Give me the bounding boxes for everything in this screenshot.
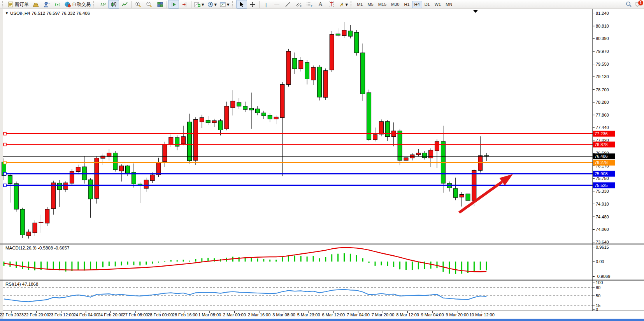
auto-trading-icon	[65, 2, 71, 7]
price-axis-label: 79.130	[596, 74, 609, 79]
candle-up	[330, 35, 334, 70]
text-label-button[interactable]: T	[326, 0, 337, 9]
templates-button[interactable]: ▾	[218, 0, 231, 9]
candle-down	[8, 176, 12, 184]
auto-scroll-button[interactable]	[168, 0, 179, 9]
timeframe-m15[interactable]: M15	[376, 1, 389, 8]
dropdown-icon: ▾	[346, 2, 348, 7]
trend-arrow-annotation[interactable]	[459, 174, 513, 213]
candle-down	[255, 109, 260, 113]
horizontal-line-76.878[interactable]	[3, 143, 593, 146]
timeframe-w1[interactable]: W1	[432, 1, 444, 8]
trendline-button[interactable]	[283, 0, 293, 9]
time-axis-label: 1 Mar 08:00	[198, 312, 221, 317]
search-button[interactable]	[623, 0, 634, 9]
crosshair-button[interactable]	[247, 0, 258, 9]
text-button[interactable]: A	[315, 0, 326, 9]
price-badge-text: 76.878	[595, 142, 608, 147]
candle-down	[88, 180, 93, 199]
candle-down	[453, 188, 458, 197]
price-axis-label: 77.440	[596, 125, 609, 130]
candle-up	[33, 223, 37, 233]
market-watch-button[interactable]	[30, 0, 41, 9]
cursor-button[interactable]	[236, 0, 247, 9]
chart-title: USOil-,H4 76.512 76.597 76.332 76.486	[10, 11, 90, 16]
timeframe-m1[interactable]: M1	[354, 1, 365, 8]
time-axis-label: 10 Mar 12:00	[469, 312, 495, 317]
line-chart-icon	[122, 2, 128, 7]
macd-label: MACD(12,26,9) -0.5808 -0.6657	[5, 246, 69, 250]
chart-shift-button[interactable]	[179, 0, 190, 9]
timeframe-m30[interactable]: M30	[389, 1, 402, 8]
terminal-button[interactable]	[41, 0, 52, 9]
bar-chart-button[interactable]	[97, 0, 108, 9]
chart-collapse-icon[interactable]: ▼	[5, 11, 9, 15]
candle-up	[404, 158, 408, 160]
timeframe-m5[interactable]: M5	[365, 1, 376, 8]
chart-shift-icon	[182, 2, 188, 7]
hline-anchor[interactable]	[4, 184, 6, 187]
candle-up	[416, 153, 421, 155]
zoom-out-button[interactable]	[144, 0, 154, 9]
horizontal-line-button[interactable]: —	[272, 0, 283, 9]
text-label-icon: T	[329, 2, 334, 7]
candle-up	[379, 122, 383, 134]
candle-up	[429, 150, 433, 158]
fibonacci-button[interactable]: F	[304, 0, 315, 9]
horizontal-line-75.908[interactable]	[3, 173, 593, 175]
price-badge: 75.908	[593, 171, 615, 177]
time-axis-label: 5 Mar 23:00	[297, 312, 320, 317]
candle-down	[466, 194, 470, 201]
channel-button[interactable]: E	[293, 0, 304, 9]
timeframe-h4[interactable]: H4	[412, 1, 422, 8]
candles-layer	[2, 22, 489, 239]
candle-up	[323, 71, 328, 98]
time-axis-label: 7 Mar 20:00	[372, 312, 395, 317]
hline-anchor[interactable]	[4, 143, 6, 146]
auto-trading-button[interactable]: 自动交易	[63, 0, 92, 9]
time-axis-label: 9 Mar 04:00	[421, 312, 444, 317]
candle-down	[305, 63, 309, 79]
indicators-button[interactable]: ▾	[193, 0, 206, 9]
price-badge: 75.525	[593, 182, 615, 188]
timeframe-h1[interactable]: H1	[402, 1, 412, 8]
candle-up	[119, 166, 124, 171]
hline-anchor[interactable]	[4, 133, 6, 135]
candle-up	[460, 194, 464, 197]
candle-up	[200, 118, 204, 122]
line-chart-button[interactable]	[119, 0, 130, 9]
candle-down	[293, 58, 297, 69]
timeframe-d1[interactable]: D1	[422, 1, 432, 8]
zoom-out-icon	[146, 2, 152, 7]
candlestick-chart-icon	[111, 2, 117, 7]
timeframe-toolbar: M1M5M15M30H1H4D1W1MN	[354, 1, 454, 8]
price-axis-label: 77.860	[596, 113, 609, 117]
zoom-in-button[interactable]	[133, 0, 144, 9]
new-order-label: 新订单	[15, 1, 29, 8]
signals-button[interactable]	[52, 0, 63, 9]
auto-scroll-icon	[171, 2, 177, 7]
candle-up	[51, 183, 56, 209]
candle-up	[212, 120, 216, 122]
price-badge: 76.278	[593, 160, 615, 166]
timeframe-mn[interactable]: MN	[443, 1, 454, 8]
notifications-button[interactable]: 1	[634, 0, 643, 8]
dropdown-icon: ▾	[202, 2, 204, 7]
horizontal-line-77.236[interactable]	[3, 133, 593, 135]
pane-separator-2[interactable]	[0, 279, 644, 281]
new-order-button[interactable]: 新订单	[6, 0, 30, 9]
candlestick-chart-button[interactable]	[108, 0, 119, 9]
vertical-line-button[interactable]: |	[261, 0, 272, 9]
hline-anchor[interactable]	[4, 173, 6, 175]
candle-up	[231, 101, 235, 108]
chart-window: 81.24080.81080.39079.97079.55079.13078.7…	[0, 0, 644, 321]
hline-anchor[interactable]	[4, 161, 6, 164]
horizontal-line-76.278[interactable]	[3, 161, 593, 164]
rsi-axis-label: 80	[596, 285, 600, 290]
pane-separator-1[interactable]	[0, 243, 644, 244]
price-badge-text: 77.236	[595, 131, 608, 136]
arrows-button[interactable]: ▾	[337, 0, 350, 9]
periods-button[interactable]: ▾	[206, 0, 219, 9]
chart-shift-marker[interactable]	[473, 10, 478, 13]
tile-windows-button[interactable]	[154, 0, 165, 9]
